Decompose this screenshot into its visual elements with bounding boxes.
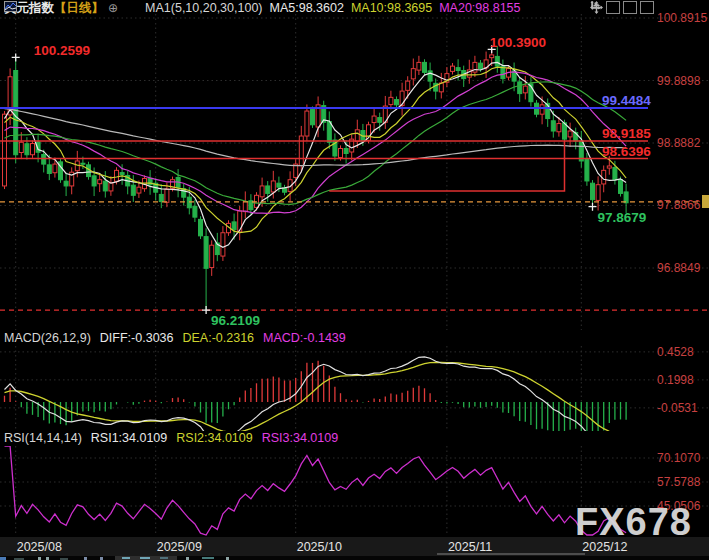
dea-line	[5, 362, 627, 438]
add-indicator-icon[interactable]: ⊕	[108, 1, 118, 15]
rsi-header: RSI(14,14,14) RSI1:34.0109 RSI2:34.0109 …	[4, 431, 338, 444]
period-label[interactable]: 【日线】	[54, 0, 104, 17]
annotation-step-line[interactable]	[329, 141, 564, 191]
high-marker-label: 100.3900	[490, 35, 546, 50]
watermark-logo: FX678	[575, 501, 692, 544]
ma-settings-label[interactable]: MA1(5,10,20,30,100)	[145, 1, 262, 15]
chart-window: 美元指数【日线】 ⊕ MA1(5,10,20,30,100) MA5:98.36…	[0, 0, 709, 560]
high-marker-label: 100.2599	[34, 43, 90, 58]
macd-dea-value: DEA:-0.2316	[182, 331, 254, 345]
ma5-line	[5, 62, 627, 247]
toolbar-fragment	[122, 557, 130, 559]
chart-header: 美元指数【日线】 ⊕ MA1(5,10,20,30,100) MA5:98.36…	[4, 1, 521, 15]
ma-lines	[5, 62, 627, 247]
macd-axis-tick: 0.1998	[657, 373, 694, 387]
rsi-panel	[5, 446, 627, 535]
ma10-value: MA10:98.3695	[351, 1, 432, 15]
macd-header: MACD(26,12,9) DIFF:-0.3036 DEA:-0.2316 M…	[4, 331, 346, 344]
x-axis-label: 2025/08	[17, 540, 62, 554]
macd-diff-value: DIFF:-0.3036	[100, 331, 174, 345]
low-marker-label: 97.8679	[598, 210, 647, 225]
rsi-axis-tick: 70.1070	[657, 451, 700, 465]
chart-toolbar	[590, 1, 654, 14]
axis-play-icon[interactable]	[623, 1, 637, 14]
rsi3-value: RSI3:34.0109	[262, 431, 338, 445]
toolbar-fragment	[202, 557, 214, 559]
axis-zoom-icon[interactable]	[606, 1, 620, 14]
level-line-label: 98.9185	[602, 126, 651, 141]
price-axis-tick: 98.8882	[657, 136, 700, 150]
level-line-label: 99.4484	[602, 93, 651, 108]
price-axis-tick: 99.8898	[657, 74, 700, 88]
toolbar-fragment	[160, 557, 168, 559]
level-line-label: 98.6396	[602, 144, 651, 159]
x-axis-label: 2025/09	[157, 540, 202, 554]
shift-right-icon[interactable]	[640, 1, 654, 14]
rsi-axis-tick: 57.5788	[657, 475, 700, 489]
macd-axis-tick: 0.4528	[657, 345, 694, 359]
price-axis-tick: 96.8849	[657, 261, 700, 275]
chart-style-icon[interactable]	[125, 3, 138, 14]
macd-title[interactable]: MACD(26,12,9)	[4, 331, 91, 345]
main-chart-canvas[interactable]	[0, 0, 709, 560]
macd-value: MACD:-0.1439	[263, 331, 346, 345]
ma20-value: MA20:98.8155	[439, 1, 520, 15]
low-marker-label: 96.2109	[211, 313, 260, 328]
rsi2-value: RSI2:34.0109	[176, 431, 252, 445]
ma5-value: MA5:98.3602	[270, 1, 344, 15]
rsi1-value: RSI1:34.0109	[91, 431, 167, 445]
toolbar-fragment	[140, 557, 150, 559]
scroll-indicator[interactable]	[437, 553, 585, 555]
rsi-title[interactable]: RSI(14,14,14)	[4, 431, 82, 445]
x-axis-label: 2025/10	[297, 540, 342, 554]
candlesticks	[3, 46, 629, 310]
rsi-line	[5, 446, 627, 535]
price-axis-tick: 97.8866	[657, 198, 700, 212]
x-axis-label: 2025/11	[448, 540, 492, 554]
current-price-tag	[702, 195, 709, 208]
macd-axis-tick: -0.0531	[657, 401, 698, 415]
bottom-toolbar-cutoff	[0, 556, 709, 560]
price-axis-tick: 100.8915	[657, 11, 707, 25]
